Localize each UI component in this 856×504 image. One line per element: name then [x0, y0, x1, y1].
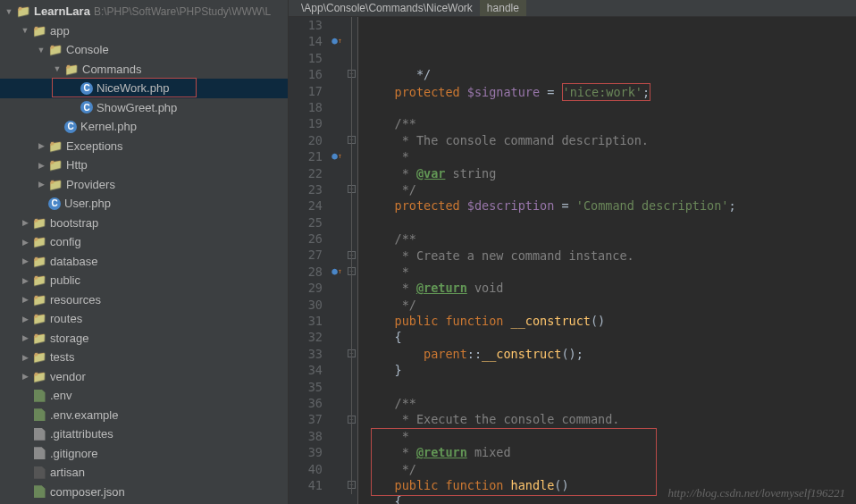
- code-line[interactable]: *: [365, 428, 856, 444]
- tree-item-Commands[interactable]: ▼Commands: [0, 60, 288, 80]
- tree-item--env[interactable]: .env: [0, 386, 288, 406]
- expand-arrow[interactable]: ▼: [36, 45, 46, 55]
- file-icon: [32, 427, 46, 441]
- tree-label: LearnLara: [34, 4, 90, 18]
- code-line[interactable]: protected $description = 'Command descri…: [365, 197, 856, 214]
- code-area[interactable]: */ protected $signature = 'nice:work'; /…: [358, 17, 856, 504]
- tree-label: Kernel.php: [80, 120, 137, 133]
- expand-arrow[interactable]: ▼: [20, 25, 30, 36]
- expand-arrow[interactable]: ▶: [36, 160, 46, 171]
- code-line[interactable]: *: [365, 264, 856, 280]
- tree-item-tests[interactable]: ▶tests: [0, 348, 288, 367]
- tree-label: tests: [50, 350, 74, 364]
- code-line[interactable]: public function __construct(): [365, 313, 856, 329]
- expand-arrow[interactable]: ▶: [20, 314, 30, 324]
- tree-label: config: [50, 235, 81, 248]
- code-line[interactable]: [365, 214, 856, 231]
- code-line[interactable]: * The console command description.: [365, 132, 856, 148]
- tree-item-app[interactable]: ▼app: [0, 21, 288, 41]
- breadcrumb-bar[interactable]: \App\Console\Commands\NiceWork handle: [289, 0, 856, 17]
- tree-item-Http[interactable]: ▶Http: [0, 155, 288, 175]
- tree-item-Exceptions[interactable]: ▶Exceptions: [0, 137, 288, 156]
- tree-item-User-php[interactable]: User.php: [0, 194, 288, 214]
- tree-label: vendor: [50, 370, 86, 383]
- tree-item--env-example[interactable]: .env.example: [0, 406, 288, 425]
- gutter-line-numbers[interactable]: 1314151617181920212223242526272829303132…: [289, 17, 328, 504]
- tree-label: storage: [50, 332, 88, 345]
- tree-item-ShowGreet-php[interactable]: ShowGreet.php: [0, 98, 288, 118]
- folder-icon: [32, 369, 46, 383]
- code-line[interactable]: */: [365, 66, 856, 82]
- code-line[interactable]: /**: [365, 115, 856, 131]
- tree-item-config[interactable]: ▶config: [0, 232, 288, 252]
- breadcrumb-namespace[interactable]: \App\Console\Commands\NiceWork: [294, 0, 480, 16]
- expand-arrow[interactable]: ▶: [20, 256, 30, 266]
- code-line[interactable]: {: [365, 329, 856, 345]
- code-line[interactable]: parent::__construct();: [365, 346, 856, 362]
- folder-icon: [32, 254, 46, 268]
- code-line[interactable]: */: [365, 181, 856, 197]
- code-line[interactable]: * @var string: [365, 165, 856, 181]
- breadcrumb-method[interactable]: handle: [480, 0, 526, 16]
- folder-icon: [48, 43, 63, 57]
- expand-arrow[interactable]: ▶: [20, 217, 30, 228]
- class-icon: [64, 121, 77, 133]
- tree-item-bootstrap[interactable]: ▶bootstrap: [0, 214, 288, 233]
- code-line[interactable]: * @return void: [365, 280, 856, 296]
- expand-arrow[interactable]: ▶: [20, 237, 30, 248]
- code-line[interactable]: *: [365, 148, 856, 164]
- expand-arrow[interactable]: ▶: [20, 332, 30, 343]
- tree-label: Providers: [66, 178, 115, 191]
- code-line[interactable]: * @return mixed: [365, 444, 856, 460]
- expand-arrow[interactable]: ▼: [52, 63, 63, 74]
- expand-arrow[interactable]: ▼: [4, 6, 14, 17]
- code-line[interactable]: /**: [365, 231, 856, 247]
- tree-root[interactable]: ▼ LearnLara B:\PHP\SoftWare\PHPStudy\WWW…: [0, 2, 288, 21]
- gutter-fold[interactable]: −−−−−−−−: [346, 17, 358, 504]
- tree-item-vendor[interactable]: ▶vendor: [0, 367, 288, 387]
- tree-item-artisan[interactable]: artisan: [0, 463, 288, 483]
- tree-item--gitignore[interactable]: .gitignore: [0, 444, 288, 464]
- tree-label: User.php: [64, 197, 111, 210]
- folder-icon: [16, 4, 30, 19]
- expand-arrow[interactable]: ▶: [20, 294, 30, 305]
- editor-viewport[interactable]: 1314151617181920212223242526272829303132…: [289, 17, 856, 504]
- tree-item-Providers[interactable]: ▶Providers: [0, 175, 288, 195]
- tree-item-NiceWork-php[interactable]: NiceWork.php: [0, 79, 288, 98]
- tree-label: ShowGreet.php: [97, 101, 177, 114]
- tree-item-resources[interactable]: ▶resources: [0, 290, 288, 310]
- tree-label: Http: [66, 158, 88, 172]
- tree-item-composer-json[interactable]: composer.json: [0, 483, 288, 502]
- path-hint: B:\PHP\SoftWare\PHPStudy\WWW\L: [94, 5, 271, 18]
- code-line[interactable]: * Execute the console command.: [365, 411, 856, 427]
- class-icon: [80, 82, 93, 95]
- tree-item-routes[interactable]: ▶routes: [0, 309, 288, 329]
- tree-item--gitattributes[interactable]: .gitattributes: [0, 424, 288, 444]
- code-line[interactable]: */: [365, 461, 856, 477]
- class-icon: [80, 101, 93, 113]
- project-sidebar[interactable]: ▼ LearnLara B:\PHP\SoftWare\PHPStudy\WWW…: [0, 0, 289, 504]
- file-icon: [32, 446, 46, 460]
- tree-label: composer.json: [50, 485, 125, 499]
- expand-arrow[interactable]: ▶: [20, 275, 30, 286]
- tree-item-public[interactable]: ▶public: [0, 271, 288, 290]
- code-line[interactable]: * Create a new command instance.: [365, 248, 856, 264]
- expand-arrow[interactable]: ▶: [20, 371, 30, 382]
- code-line[interactable]: [365, 379, 856, 395]
- code-line[interactable]: protected $signature = 'nice:work';: [365, 83, 856, 99]
- code-line[interactable]: }: [365, 362, 856, 378]
- folder-icon: [32, 312, 46, 326]
- folder-icon: [64, 62, 79, 76]
- expand-arrow[interactable]: ▶: [20, 352, 30, 363]
- expand-arrow[interactable]: ▶: [36, 179, 46, 189]
- expand-arrow[interactable]: ▶: [36, 140, 46, 151]
- tree-item-Kernel-php[interactable]: Kernel.php: [0, 117, 288, 137]
- tree-item-Console[interactable]: ▼Console: [0, 40, 288, 60]
- tree-item-database[interactable]: ▶database: [0, 252, 288, 272]
- code-line[interactable]: */: [365, 297, 856, 313]
- code-line[interactable]: /**: [365, 395, 856, 411]
- tree-item-storage[interactable]: ▶storage: [0, 329, 288, 349]
- tree-label: .gitattributes: [50, 427, 113, 441]
- gutter-markers[interactable]: ●↑●↑●↑: [328, 17, 346, 504]
- code-line[interactable]: [365, 99, 856, 115]
